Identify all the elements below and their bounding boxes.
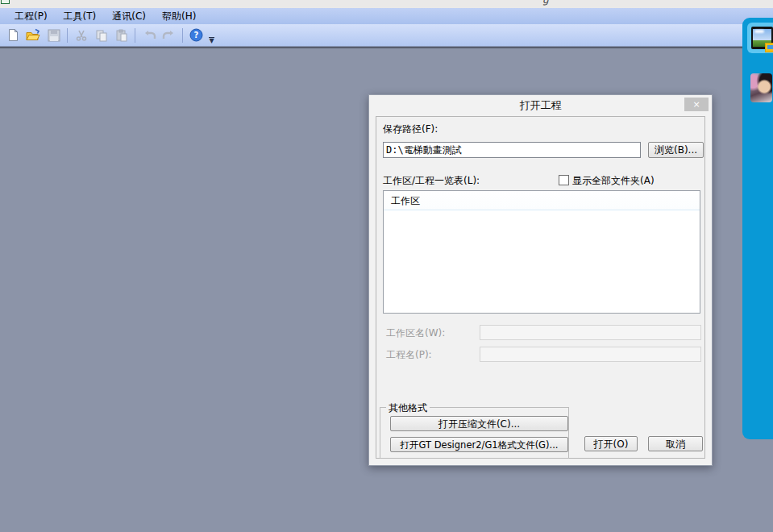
save-path-label: 保存路径(F): — [383, 123, 438, 136]
thumbnail-side-panel — [742, 18, 773, 439]
workspace-list-label: 工作区/工程一览表(L): — [383, 174, 480, 188]
copy-icon — [95, 29, 108, 42]
cut-button[interactable] — [72, 26, 90, 44]
list-item-workspace[interactable]: 工作区 — [384, 191, 700, 210]
thumbnail-portrait-photo[interactable] — [750, 73, 772, 102]
project-name-input — [480, 347, 701, 362]
app-icon — [1, 0, 10, 4]
help-button[interactable]: ? — [187, 26, 206, 44]
help-icon: ? — [189, 28, 203, 42]
redo-button[interactable] — [160, 26, 178, 44]
menu-tools[interactable]: 工具(T) — [56, 8, 105, 25]
new-file-icon — [6, 28, 20, 42]
save-path-input[interactable] — [383, 142, 641, 158]
project-name-label: 工程名(P): — [386, 348, 432, 362]
new-file-button[interactable] — [4, 26, 23, 44]
open-gt-designer2-file-button[interactable]: 打开GT Designer2/G1格式文件(G)... — [390, 437, 568, 452]
paste-icon — [115, 29, 128, 42]
menu-project[interactable]: 工程(P) — [6, 8, 56, 25]
open-project-dialog: 打开工程 × 保存路径(F): 浏览(B)... 工作区/工程一览表(L): 显… — [368, 94, 713, 466]
workspace-list[interactable]: 工作区 — [383, 190, 700, 314]
open-button[interactable]: 打开(O) — [584, 436, 638, 451]
menu-communication[interactable]: 通讯(C) — [104, 8, 154, 25]
menu-bar: 工程(P) 工具(T) 通讯(C) 帮助(H) — [0, 8, 773, 24]
window-title-strip: g — [0, 0, 773, 8]
thumbnail-type-badge-inner — [767, 45, 773, 49]
save-button[interactable] — [44, 26, 63, 44]
cancel-button[interactable]: 取消 — [648, 436, 703, 451]
redo-icon — [162, 30, 177, 41]
undo-button[interactable] — [139, 26, 158, 44]
dialog-title: 打开工程 — [369, 95, 712, 116]
menu-help[interactable]: 帮助(H) — [154, 8, 204, 25]
copy-button[interactable] — [92, 26, 110, 44]
window-title-text: g — [542, 0, 549, 6]
dialog-body: 保存路径(F): 浏览(B)... 工作区/工程一览表(L): 显示全部文件夹(… — [376, 116, 705, 459]
other-formats-group-title: 其他格式 — [386, 401, 430, 415]
save-icon — [48, 29, 60, 42]
other-formats-group: 其他格式 打开压缩文件(C)... 打开GT Designer2/G1格式文件(… — [380, 407, 569, 459]
svg-text:?: ? — [194, 31, 199, 39]
dialog-titlebar[interactable]: 打开工程 × — [369, 95, 712, 116]
close-button[interactable]: × — [684, 98, 709, 111]
toolbar: ? ▼ — [0, 24, 773, 47]
chevron-down-icon: ▼ — [209, 39, 214, 44]
workspace-name-label: 工作区名(W): — [386, 326, 445, 340]
application-window: { "window": { "title_fragment": "g", "me… — [0, 0, 773, 532]
toolbar-overflow-button[interactable]: ▼ — [206, 26, 217, 45]
show-all-folders-label[interactable]: 显示全部文件夹(A) — [572, 174, 655, 188]
paste-button[interactable] — [112, 26, 131, 44]
workspace-name-input — [480, 325, 701, 340]
toolbar-separator — [135, 28, 135, 43]
toolbar-separator — [67, 28, 68, 43]
thumbnail-landscape-photo[interactable] — [751, 27, 773, 49]
cut-icon — [75, 29, 88, 42]
thumbnail-type-badge — [765, 43, 773, 52]
browse-button[interactable]: 浏览(B)... — [648, 142, 704, 158]
open-project-button[interactable] — [24, 26, 43, 44]
landscape-cloud — [754, 30, 764, 33]
toolbar-separator — [182, 28, 183, 43]
open-folder-icon — [26, 28, 41, 42]
undo-icon — [142, 30, 156, 41]
show-all-folders-checkbox[interactable] — [559, 175, 569, 185]
open-compressed-file-button[interactable]: 打开压缩文件(C)... — [390, 416, 568, 431]
